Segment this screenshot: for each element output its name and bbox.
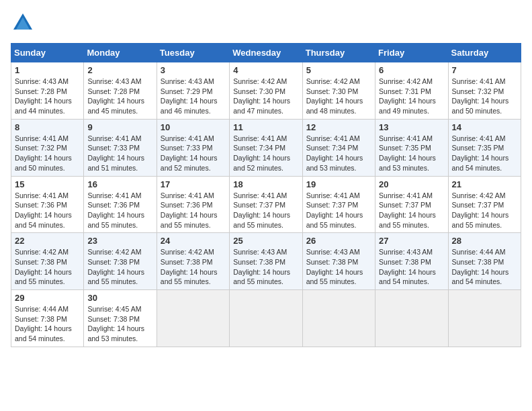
calendar-cell: 6Sunrise: 4:42 AM Sunset: 7:31 PM Daylig… <box>375 62 448 120</box>
calendar-cell: 8Sunrise: 4:41 AM Sunset: 7:32 PM Daylig… <box>11 119 84 176</box>
calendar-header-row: SundayMondayTuesdayWednesdayThursdayFrid… <box>11 44 521 62</box>
day-number: 19 <box>306 179 371 189</box>
calendar-cell: 18Sunrise: 4:41 AM Sunset: 7:37 PM Dayli… <box>230 176 302 233</box>
day-number: 29 <box>15 293 80 303</box>
day-number: 24 <box>161 236 226 246</box>
calendar-cell: 22Sunrise: 4:42 AM Sunset: 7:38 PM Dayli… <box>11 233 84 290</box>
calendar-cell: 15Sunrise: 4:41 AM Sunset: 7:36 PM Dayli… <box>11 176 84 233</box>
day-number: 7 <box>452 65 517 75</box>
day-info: Sunrise: 4:41 AM Sunset: 7:37 PM Dayligh… <box>306 191 371 230</box>
calendar-week-3: 15Sunrise: 4:41 AM Sunset: 7:36 PM Dayli… <box>11 176 521 233</box>
calendar-week-1: 1Sunrise: 4:43 AM Sunset: 7:28 PM Daylig… <box>11 62 521 120</box>
day-number: 26 <box>306 236 371 246</box>
calendar-cell: 2Sunrise: 4:43 AM Sunset: 7:28 PM Daylig… <box>84 62 157 120</box>
day-info: Sunrise: 4:43 AM Sunset: 7:29 PM Dayligh… <box>161 77 226 116</box>
calendar-header-saturday: Saturday <box>448 44 521 62</box>
calendar-cell: 5Sunrise: 4:42 AM Sunset: 7:30 PM Daylig… <box>302 62 375 120</box>
calendar-cell: 13Sunrise: 4:41 AM Sunset: 7:35 PM Dayli… <box>375 119 448 176</box>
calendar-week-5: 29Sunrise: 4:44 AM Sunset: 7:38 PM Dayli… <box>11 290 521 347</box>
day-info: Sunrise: 4:41 AM Sunset: 7:35 PM Dayligh… <box>379 134 444 173</box>
day-info: Sunrise: 4:41 AM Sunset: 7:32 PM Dayligh… <box>15 134 80 173</box>
page-header <box>11 11 521 35</box>
day-number: 14 <box>452 122 517 132</box>
day-info: Sunrise: 4:43 AM Sunset: 7:38 PM Dayligh… <box>233 247 298 287</box>
calendar-cell: 17Sunrise: 4:41 AM Sunset: 7:36 PM Dayli… <box>157 176 229 233</box>
calendar-week-2: 8Sunrise: 4:41 AM Sunset: 7:32 PM Daylig… <box>11 119 521 176</box>
calendar-table: SundayMondayTuesdayWednesdayThursdayFrid… <box>11 43 521 347</box>
day-number: 10 <box>161 122 226 132</box>
calendar-cell: 26Sunrise: 4:43 AM Sunset: 7:38 PM Dayli… <box>302 233 375 290</box>
calendar-cell <box>448 290 521 347</box>
calendar-cell: 23Sunrise: 4:42 AM Sunset: 7:38 PM Dayli… <box>84 233 157 290</box>
day-info: Sunrise: 4:43 AM Sunset: 7:28 PM Dayligh… <box>87 77 152 116</box>
calendar-header-friday: Friday <box>375 44 448 62</box>
day-number: 25 <box>233 236 298 246</box>
day-number: 30 <box>87 293 152 303</box>
day-info: Sunrise: 4:41 AM Sunset: 7:36 PM Dayligh… <box>87 191 152 230</box>
day-number: 16 <box>87 179 152 189</box>
day-number: 22 <box>15 236 80 246</box>
day-info: Sunrise: 4:41 AM Sunset: 7:37 PM Dayligh… <box>379 191 444 230</box>
calendar-cell: 14Sunrise: 4:41 AM Sunset: 7:35 PM Dayli… <box>448 119 521 176</box>
calendar-header-sunday: Sunday <box>11 44 84 62</box>
day-number: 28 <box>452 236 517 246</box>
day-info: Sunrise: 4:42 AM Sunset: 7:38 PM Dayligh… <box>87 247 152 287</box>
calendar-cell: 16Sunrise: 4:41 AM Sunset: 7:36 PM Dayli… <box>84 176 157 233</box>
calendar-cell: 10Sunrise: 4:41 AM Sunset: 7:33 PM Dayli… <box>157 119 229 176</box>
calendar-cell: 28Sunrise: 4:44 AM Sunset: 7:38 PM Dayli… <box>448 233 521 290</box>
day-number: 1 <box>15 65 80 75</box>
day-info: Sunrise: 4:41 AM Sunset: 7:33 PM Dayligh… <box>161 134 226 173</box>
day-number: 4 <box>233 65 298 75</box>
calendar-cell: 12Sunrise: 4:41 AM Sunset: 7:34 PM Dayli… <box>302 119 375 176</box>
calendar-header-tuesday: Tuesday <box>157 44 229 62</box>
day-info: Sunrise: 4:43 AM Sunset: 7:38 PM Dayligh… <box>379 247 444 287</box>
day-number: 6 <box>379 65 444 75</box>
calendar-cell <box>375 290 448 347</box>
day-info: Sunrise: 4:42 AM Sunset: 7:38 PM Dayligh… <box>15 247 80 287</box>
calendar-cell: 27Sunrise: 4:43 AM Sunset: 7:38 PM Dayli… <box>375 233 448 290</box>
day-number: 20 <box>379 179 444 189</box>
day-number: 21 <box>452 179 517 189</box>
day-number: 3 <box>161 65 226 75</box>
day-number: 8 <box>15 122 80 132</box>
day-number: 17 <box>161 179 226 189</box>
day-number: 5 <box>306 65 371 75</box>
day-info: Sunrise: 4:41 AM Sunset: 7:37 PM Dayligh… <box>233 191 298 230</box>
logo <box>11 11 38 35</box>
calendar-cell: 29Sunrise: 4:44 AM Sunset: 7:38 PM Dayli… <box>11 290 84 347</box>
day-info: Sunrise: 4:41 AM Sunset: 7:33 PM Dayligh… <box>87 134 152 173</box>
day-info: Sunrise: 4:42 AM Sunset: 7:38 PM Dayligh… <box>161 247 226 287</box>
calendar-cell: 1Sunrise: 4:43 AM Sunset: 7:28 PM Daylig… <box>11 62 84 120</box>
day-number: 18 <box>233 179 298 189</box>
calendar-cell: 4Sunrise: 4:42 AM Sunset: 7:30 PM Daylig… <box>230 62 302 120</box>
day-info: Sunrise: 4:44 AM Sunset: 7:38 PM Dayligh… <box>15 304 80 344</box>
calendar-cell: 3Sunrise: 4:43 AM Sunset: 7:29 PM Daylig… <box>157 62 229 120</box>
day-info: Sunrise: 4:42 AM Sunset: 7:31 PM Dayligh… <box>379 77 444 116</box>
day-info: Sunrise: 4:43 AM Sunset: 7:28 PM Dayligh… <box>15 77 80 116</box>
day-number: 12 <box>306 122 371 132</box>
calendar-cell: 21Sunrise: 4:42 AM Sunset: 7:37 PM Dayli… <box>448 176 521 233</box>
day-info: Sunrise: 4:41 AM Sunset: 7:34 PM Dayligh… <box>306 134 371 173</box>
day-info: Sunrise: 4:43 AM Sunset: 7:38 PM Dayligh… <box>306 247 371 287</box>
day-info: Sunrise: 4:42 AM Sunset: 7:30 PM Dayligh… <box>306 77 371 116</box>
calendar-cell: 20Sunrise: 4:41 AM Sunset: 7:37 PM Dayli… <box>375 176 448 233</box>
day-info: Sunrise: 4:41 AM Sunset: 7:36 PM Dayligh… <box>161 191 226 230</box>
day-number: 2 <box>87 65 152 75</box>
calendar-body: 1Sunrise: 4:43 AM Sunset: 7:28 PM Daylig… <box>11 62 521 347</box>
day-number: 15 <box>15 179 80 189</box>
day-info: Sunrise: 4:45 AM Sunset: 7:38 PM Dayligh… <box>87 304 152 344</box>
day-number: 13 <box>379 122 444 132</box>
day-number: 9 <box>87 122 152 132</box>
calendar-cell <box>302 290 375 347</box>
calendar-cell <box>230 290 302 347</box>
calendar-cell: 7Sunrise: 4:41 AM Sunset: 7:32 PM Daylig… <box>448 62 521 120</box>
day-info: Sunrise: 4:41 AM Sunset: 7:32 PM Dayligh… <box>452 77 517 116</box>
day-info: Sunrise: 4:41 AM Sunset: 7:35 PM Dayligh… <box>452 134 517 173</box>
day-info: Sunrise: 4:41 AM Sunset: 7:34 PM Dayligh… <box>233 134 298 173</box>
day-number: 27 <box>379 236 444 246</box>
calendar-header-wednesday: Wednesday <box>230 44 302 62</box>
logo-icon <box>11 11 35 35</box>
calendar-cell: 9Sunrise: 4:41 AM Sunset: 7:33 PM Daylig… <box>84 119 157 176</box>
calendar-week-4: 22Sunrise: 4:42 AM Sunset: 7:38 PM Dayli… <box>11 233 521 290</box>
calendar-header-monday: Monday <box>84 44 157 62</box>
